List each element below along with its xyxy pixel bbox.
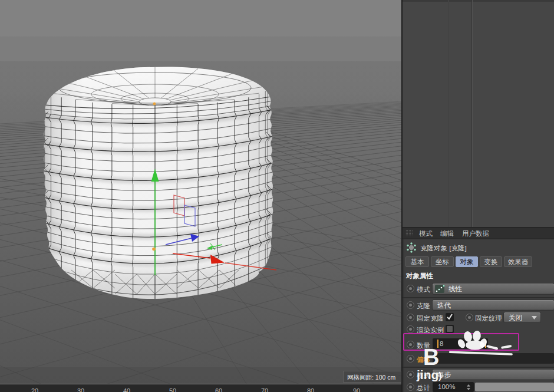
svg-text:jing): jing) (416, 368, 442, 381)
svg-text:B: B (423, 345, 439, 370)
svg-text:网格间距: 100 cm: 网格间距: 100 cm (347, 374, 396, 381)
